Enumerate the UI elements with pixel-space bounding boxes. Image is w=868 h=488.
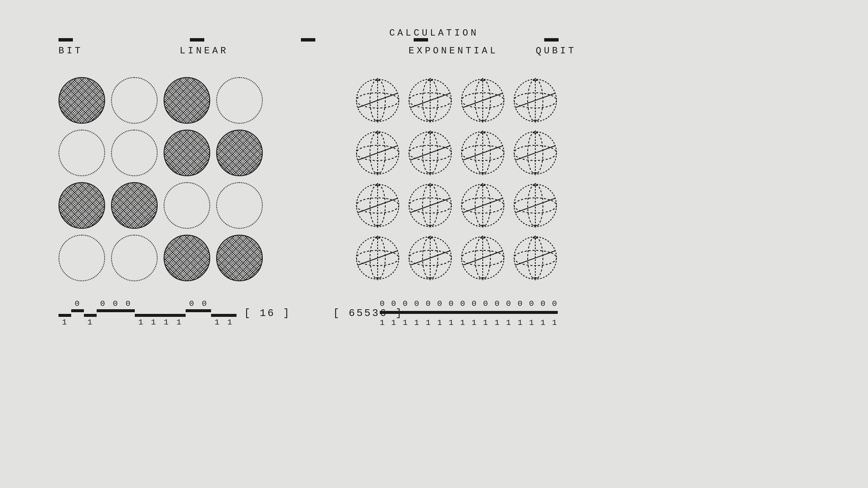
track-segment bbox=[84, 314, 97, 317]
track-segment bbox=[97, 309, 109, 312]
digit-zero: 0 bbox=[71, 299, 84, 308]
digit-one: 1 bbox=[84, 318, 97, 327]
qubit-sphere bbox=[512, 77, 559, 124]
track-segment bbox=[224, 314, 236, 317]
digit-one bbox=[97, 318, 109, 327]
track-segment bbox=[198, 309, 211, 312]
digit-zero: 0 bbox=[186, 299, 198, 308]
digit-one bbox=[186, 318, 198, 327]
left-result: [ 16 ] bbox=[244, 308, 291, 319]
bit-zero bbox=[111, 77, 158, 124]
digit-one: 1 bbox=[460, 318, 466, 327]
bit-one bbox=[216, 130, 263, 176]
bit-zero bbox=[58, 235, 105, 281]
tick-linear bbox=[190, 38, 204, 42]
track-segment bbox=[160, 314, 173, 317]
qubit-grid bbox=[354, 77, 559, 281]
digit-zero bbox=[147, 299, 160, 308]
right-binary-track: 0000000000000000 1111111111111111 bbox=[380, 299, 558, 327]
digit-one: 1 bbox=[135, 318, 147, 327]
page-title: CALCULATION bbox=[389, 28, 479, 39]
tick-center bbox=[301, 38, 315, 42]
label-linear: LINEAR bbox=[180, 46, 228, 56]
digit-one: 1 bbox=[483, 318, 489, 327]
digit-one: 1 bbox=[495, 318, 500, 327]
digit-zero: 0 bbox=[506, 299, 512, 308]
qubit-sphere bbox=[407, 130, 453, 176]
digit-zero: 0 bbox=[529, 299, 534, 308]
digit-zero bbox=[224, 299, 236, 308]
bit-one bbox=[164, 130, 210, 176]
digit-one: 1 bbox=[403, 318, 408, 327]
qubit-sphere bbox=[459, 130, 506, 176]
qubit-sphere bbox=[407, 77, 453, 124]
digit-zero: 0 bbox=[517, 299, 523, 308]
bit-zero bbox=[216, 182, 263, 229]
track-segment bbox=[186, 309, 198, 312]
track-segment bbox=[122, 309, 135, 312]
track-segment bbox=[147, 314, 160, 317]
digit-one: 1 bbox=[449, 318, 454, 327]
digit-zero bbox=[160, 299, 173, 308]
digit-zero: 0 bbox=[97, 299, 109, 308]
digit-zero: 0 bbox=[449, 299, 454, 308]
digit-zero: 0 bbox=[437, 299, 442, 308]
bit-zero bbox=[216, 77, 263, 124]
bit-one bbox=[216, 235, 263, 281]
track-segment bbox=[173, 314, 186, 317]
qubit-sphere bbox=[407, 182, 453, 229]
qubit-sphere bbox=[512, 182, 559, 229]
digit-one: 1 bbox=[517, 318, 523, 327]
digit-zero bbox=[173, 299, 186, 308]
bit-zero bbox=[111, 130, 158, 176]
tick-qubit bbox=[544, 38, 559, 42]
digit-one bbox=[109, 318, 122, 327]
digit-one: 1 bbox=[224, 318, 236, 327]
digit-zero: 0 bbox=[403, 299, 408, 308]
digit-one: 1 bbox=[529, 318, 534, 327]
bit-zero bbox=[111, 235, 158, 281]
bit-one bbox=[164, 77, 210, 124]
qubit-sphere bbox=[459, 182, 506, 229]
digit-one bbox=[71, 318, 84, 327]
digit-zero bbox=[58, 299, 71, 308]
track-segment bbox=[58, 314, 71, 317]
digit-zero: 0 bbox=[122, 299, 135, 308]
bit-one bbox=[58, 182, 105, 229]
digit-zero: 0 bbox=[198, 299, 211, 308]
qubit-sphere bbox=[459, 235, 506, 281]
digit-one: 1 bbox=[160, 318, 173, 327]
digit-zero bbox=[135, 299, 147, 308]
right-bar bbox=[380, 311, 558, 314]
track-segment bbox=[135, 314, 147, 317]
digit-zero: 0 bbox=[391, 299, 397, 308]
digit-zero bbox=[84, 299, 97, 308]
digit-one: 1 bbox=[540, 318, 546, 327]
digit-one: 1 bbox=[414, 318, 420, 327]
qubit-sphere bbox=[407, 235, 453, 281]
digit-one: 1 bbox=[211, 318, 224, 327]
label-exponential: EXPONENTIAL bbox=[409, 46, 498, 56]
bit-one bbox=[58, 77, 105, 124]
bit-zero bbox=[164, 182, 210, 229]
digit-zero bbox=[211, 299, 224, 308]
tick-exponential bbox=[414, 38, 428, 42]
digit-one: 1 bbox=[380, 318, 385, 327]
track-segment bbox=[211, 314, 224, 317]
digit-zero: 0 bbox=[414, 299, 420, 308]
digit-zero: 0 bbox=[495, 299, 500, 308]
digit-zero: 0 bbox=[540, 299, 546, 308]
bit-one bbox=[111, 182, 158, 229]
qubit-sphere bbox=[459, 77, 506, 124]
qubit-sphere bbox=[512, 235, 559, 281]
digit-zero: 0 bbox=[109, 299, 122, 308]
digit-one: 1 bbox=[552, 318, 557, 327]
qubit-sphere bbox=[354, 182, 401, 229]
label-qubit: QUBIT bbox=[536, 46, 576, 56]
track-segment bbox=[109, 309, 122, 312]
digit-one: 1 bbox=[391, 318, 397, 327]
digit-one: 1 bbox=[437, 318, 442, 327]
label-bit: BIT bbox=[58, 46, 83, 56]
bit-grid bbox=[58, 77, 263, 281]
digit-one: 1 bbox=[173, 318, 186, 327]
